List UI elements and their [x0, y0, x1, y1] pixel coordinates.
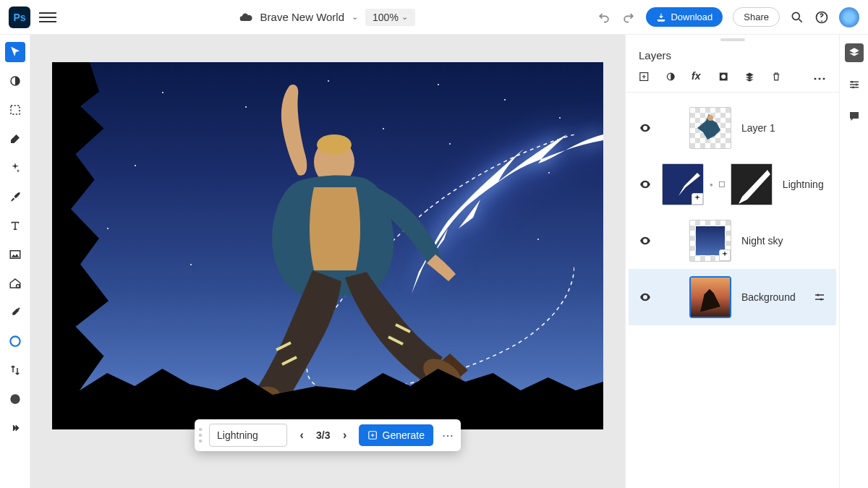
svg-rect-3: [11, 106, 20, 114]
layers-list: Layer 1 ● Lightning: [626, 93, 839, 488]
cloud-icon: [239, 10, 253, 25]
properties-tab-icon[interactable]: [845, 75, 864, 94]
layer-name: Lightning: [783, 179, 824, 190]
genfill-more-button[interactable]: ⋯: [439, 427, 456, 444]
next-variation-button[interactable]: ›: [336, 427, 354, 444]
tool-adjust[interactable]: [5, 71, 25, 91]
help-icon[interactable]: [814, 10, 829, 25]
prompt-input[interactable]: [209, 424, 287, 447]
svg-point-17: [707, 115, 713, 121]
top-bar: Ps Brave New World ⌄ 100%⌄ Download Shar…: [0, 0, 868, 35]
generative-fill-bar: ‹ 3/3 › Generate ⋯: [195, 419, 461, 451]
tool-rail: [0, 35, 30, 488]
person-graphic: [204, 82, 472, 422]
ai-badge-icon: [719, 249, 731, 261]
doc-chevron-icon[interactable]: ⌄: [352, 12, 358, 22]
tool-type[interactable]: [5, 215, 25, 236]
layer-name: Layer 1: [741, 122, 775, 134]
zoom-select[interactable]: 100%⌄: [365, 9, 415, 26]
download-icon: [656, 12, 666, 22]
download-button[interactable]: Download: [646, 7, 723, 27]
layers-panel: Layers fx ⋯ Layer 1: [625, 35, 839, 488]
drag-grip-icon[interactable]: [199, 425, 203, 445]
tool-brush[interactable]: [5, 187, 25, 207]
add-layer-button[interactable]: [639, 70, 650, 83]
layers-toolbar: fx ⋯: [626, 70, 839, 93]
svg-point-16: [721, 74, 726, 79]
adjustment-layer-button[interactable]: [665, 70, 676, 83]
layer-name: Background: [741, 291, 796, 303]
layer-name: Night sky: [741, 235, 783, 247]
tool-assets[interactable]: [5, 273, 25, 294]
panel-title: Layers: [626, 45, 839, 70]
svg-point-6: [10, 336, 20, 346]
tool-shape[interactable]: [5, 331, 25, 351]
tool-move[interactable]: [5, 42, 25, 62]
svg-point-21: [855, 84, 857, 86]
visibility-toggle[interactable]: [639, 291, 652, 304]
svg-point-20: [851, 81, 853, 83]
visibility-toggle[interactable]: [639, 178, 652, 191]
layer-mask-thumbnail[interactable]: [731, 163, 773, 205]
prev-variation-button[interactable]: ‹: [293, 427, 310, 444]
delete-layer-button[interactable]: [771, 70, 782, 83]
tool-eyedropper[interactable]: [5, 302, 25, 322]
app-logo: Ps: [9, 7, 30, 28]
comments-tab-icon[interactable]: [845, 107, 864, 126]
mask-button[interactable]: [718, 70, 729, 83]
svg-point-0: [792, 12, 799, 20]
layers-tab-icon[interactable]: [845, 43, 864, 62]
fx-button[interactable]: fx: [692, 70, 702, 83]
canvas-area: ‹ 3/3 › Generate ⋯: [30, 35, 625, 488]
layer-thumbnail[interactable]: [689, 276, 731, 318]
svg-point-7: [10, 394, 20, 403]
layer-properties-button[interactable]: [813, 291, 826, 304]
generate-icon: [368, 430, 378, 440]
canvas[interactable]: [52, 62, 603, 429]
panel-more-button[interactable]: ⋯: [813, 70, 826, 83]
visibility-toggle[interactable]: [639, 234, 652, 247]
layer-stack-button[interactable]: [744, 70, 755, 83]
layer-row[interactable]: Night sky: [629, 213, 836, 269]
doc-header: Brave New World ⌄ 100%⌄: [65, 9, 588, 26]
tool-color[interactable]: [5, 389, 25, 409]
layer-row[interactable]: ● Lightning: [629, 156, 836, 213]
user-avatar[interactable]: [839, 7, 859, 27]
svg-point-22: [852, 86, 854, 88]
layer-thumbnail[interactable]: [689, 220, 731, 262]
tool-heal[interactable]: [5, 129, 25, 149]
visibility-toggle[interactable]: [639, 121, 652, 134]
right-rail: [839, 35, 868, 488]
mask-link-icon[interactable]: [719, 181, 725, 187]
layer-thumbnail[interactable]: [662, 163, 704, 205]
variation-counter: 3/3: [316, 429, 330, 441]
panel-resize-grip[interactable]: [626, 35, 839, 45]
svg-point-19: [820, 299, 822, 301]
tool-image[interactable]: [5, 244, 25, 265]
share-button[interactable]: Share: [733, 7, 780, 27]
tool-sparkle[interactable]: [5, 158, 25, 178]
tool-transform[interactable]: [5, 360, 25, 380]
undo-button[interactable]: [597, 10, 611, 25]
layer-row[interactable]: Layer 1: [629, 100, 836, 156]
ai-badge-icon: [692, 193, 703, 205]
menu-button[interactable]: [39, 9, 56, 26]
redo-button[interactable]: [621, 10, 636, 25]
svg-point-9: [317, 134, 352, 155]
search-icon[interactable]: [790, 10, 804, 25]
document-title[interactable]: Brave New World: [260, 11, 344, 23]
generate-button[interactable]: Generate: [359, 424, 433, 446]
tool-more[interactable]: [5, 418, 25, 438]
layer-thumbnail[interactable]: [689, 107, 731, 149]
svg-point-18: [817, 294, 819, 296]
layer-row[interactable]: Background: [629, 269, 836, 325]
tool-marquee[interactable]: [5, 100, 25, 120]
